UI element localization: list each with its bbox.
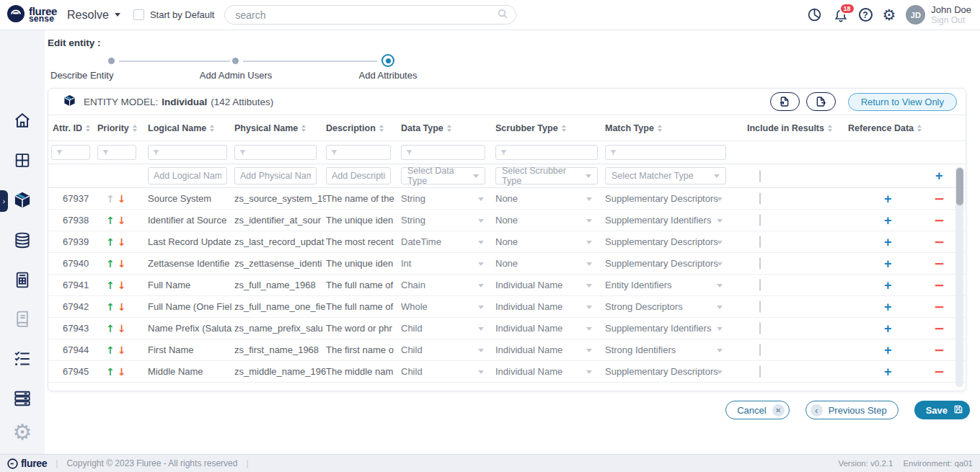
filter-input[interactable] — [402, 146, 485, 160]
search-box[interactable] — [224, 5, 516, 25]
return-to-view-only-button[interactable]: Return to View Only — [848, 93, 957, 111]
import-attributes-button[interactable] — [770, 92, 800, 111]
remove-attribute-icon[interactable]: − — [934, 300, 945, 313]
logical-name-cell[interactable]: Full Name (One Fiel — [148, 301, 234, 312]
priority-up-icon[interactable]: ↑ — [106, 344, 115, 356]
filter-input[interactable] — [235, 146, 316, 160]
remove-attribute-icon[interactable]: − — [934, 236, 945, 249]
physical-name-cell[interactable]: zs_name_prefix_salu — [234, 323, 326, 334]
filter-physical-name[interactable] — [234, 145, 317, 160]
select-data-type-dropdown[interactable]: Select Data Type — [401, 167, 485, 184]
export-attributes-button[interactable] — [806, 92, 836, 111]
data-type-dropdown[interactable]: Child — [401, 366, 495, 377]
logical-name-cell[interactable]: Full Name — [148, 280, 234, 290]
pie-chart-icon[interactable] — [807, 7, 823, 23]
match-type-dropdown[interactable]: Entity Identifiers — [605, 280, 747, 290]
priority-down-icon[interactable]: ↓ — [118, 301, 126, 313]
description-cell[interactable]: The most recent — [326, 236, 401, 247]
description-cell[interactable]: The word or phr — [326, 323, 401, 334]
grid-icon[interactable] — [14, 151, 32, 172]
add-reference-data-icon[interactable]: + — [884, 300, 892, 313]
cancel-button[interactable]: Cancel ✕ — [725, 401, 789, 419]
scrubber-type-dropdown[interactable]: Individual Name — [495, 366, 605, 377]
match-type-dropdown[interactable]: Supplementary Descriptors — [605, 193, 747, 204]
gear-icon[interactable]: ⚙ — [883, 8, 896, 22]
remove-attribute-icon[interactable]: − — [934, 192, 945, 205]
priority-down-icon[interactable]: ↓ — [118, 366, 126, 378]
database-icon[interactable] — [13, 231, 32, 253]
data-type-dropdown[interactable]: DateTime — [401, 236, 495, 247]
add-description-input[interactable] — [326, 167, 391, 184]
priority-down-icon[interactable]: ↓ — [118, 193, 126, 205]
description-cell[interactable]: The full name of — [326, 280, 401, 290]
column-header-priority[interactable]: Priority — [97, 123, 148, 133]
logical-name-cell[interactable]: Last Record Update — [148, 236, 234, 247]
priority-up-icon[interactable]: ↑ — [106, 301, 115, 313]
physical-name-cell[interactable]: zs_identifier_at_sour — [234, 215, 326, 226]
logical-name-cell[interactable]: First Name — [148, 344, 234, 355]
priority-up-icon[interactable]: ↑ — [106, 258, 115, 270]
description-cell[interactable]: The name of the — [326, 193, 401, 204]
priority-down-icon[interactable]: ↓ — [118, 215, 126, 226]
priority-up-icon[interactable]: ↑ — [106, 323, 115, 334]
priority-up-icon[interactable]: ↑ — [106, 280, 115, 291]
filter-logical-name[interactable] — [148, 145, 227, 160]
remove-attribute-icon[interactable]: − — [934, 344, 945, 357]
scrubber-type-dropdown[interactable]: None — [495, 236, 605, 247]
add-reference-data-icon[interactable]: + — [884, 192, 892, 205]
gear-clock-icon[interactable]: ⚙ — [13, 425, 32, 440]
sidebar-expander-handle[interactable]: › — [0, 190, 8, 212]
match-type-dropdown[interactable]: Supplementary Identifiers — [605, 215, 747, 226]
select-matcher-type-dropdown[interactable]: Select Matcher Type — [605, 167, 726, 184]
include-in-results-checkbox[interactable] — [759, 344, 761, 356]
scrubber-type-dropdown[interactable]: Individual Name — [495, 323, 605, 334]
match-type-dropdown[interactable]: Supplementary Descriptors — [605, 366, 747, 377]
data-type-dropdown[interactable]: String — [401, 215, 495, 226]
filter-priority[interactable] — [97, 145, 136, 160]
add-logical-name-input[interactable] — [148, 167, 227, 184]
logical-name-cell[interactable]: Zettasense Identifie — [148, 258, 234, 269]
add-reference-data-icon[interactable]: + — [884, 279, 892, 292]
scrubber-type-dropdown[interactable]: Individual Name — [495, 344, 605, 355]
logical-name-cell[interactable]: Identifier at Source — [148, 215, 234, 226]
include-in-results-checkbox[interactable] — [759, 365, 761, 378]
column-header-match-type[interactable]: Match Type — [605, 123, 747, 133]
book-icon[interactable] — [14, 310, 32, 331]
filter-match-type[interactable] — [605, 145, 726, 160]
physical-name-cell[interactable]: zs_source_system_19 — [234, 193, 326, 204]
step-add-attributes-dot[interactable] — [381, 54, 394, 67]
add-reference-data-icon[interactable]: + — [884, 322, 892, 335]
remove-attribute-icon[interactable]: − — [934, 322, 945, 335]
data-type-dropdown[interactable]: String — [401, 193, 495, 204]
cube-icon[interactable] — [13, 190, 32, 213]
include-in-results-checkbox[interactable] — [759, 214, 761, 226]
column-header-include-in-results[interactable]: Include in Results — [747, 123, 848, 133]
data-type-dropdown[interactable]: Child — [401, 323, 495, 334]
column-header-description[interactable]: Description — [326, 123, 401, 133]
filter-attr-id[interactable] — [51, 145, 90, 160]
filter-input[interactable] — [149, 146, 226, 160]
step-describe-entity-dot[interactable] — [108, 58, 115, 64]
priority-down-icon[interactable]: ↓ — [118, 280, 126, 291]
column-header-scrubber-type[interactable]: Scrubber Type — [495, 123, 605, 133]
help-icon[interactable]: ? — [859, 8, 873, 22]
data-type-dropdown[interactable]: Int — [401, 258, 495, 269]
table-scrollbar-track[interactable] — [955, 166, 963, 387]
match-type-dropdown[interactable]: Strong Descriptors — [605, 301, 747, 312]
start-by-default-checkbox[interactable] — [133, 9, 144, 20]
sign-out-link[interactable]: Sign Out — [931, 15, 971, 25]
priority-down-icon[interactable]: ↓ — [118, 344, 126, 356]
logical-name-cell[interactable]: Middle Name — [148, 366, 234, 377]
add-reference-data-icon[interactable]: + — [884, 257, 892, 270]
priority-down-icon[interactable]: ↓ — [118, 258, 126, 270]
include-in-results-checkbox[interactable] — [759, 322, 761, 334]
include-in-results-checkbox[interactable] — [759, 279, 761, 291]
data-type-dropdown[interactable]: Child — [401, 344, 495, 355]
logical-name-cell[interactable]: Name Prefix (Saluta — [148, 323, 234, 334]
priority-up-icon[interactable]: ↑ — [106, 236, 115, 248]
bell-icon[interactable]: 18 — [833, 7, 849, 23]
physical-name-cell[interactable]: zs_middle_name_196 — [234, 366, 326, 377]
home-icon[interactable] — [13, 111, 32, 133]
match-type-dropdown[interactable]: Supplementary Identifiers — [605, 323, 747, 334]
description-cell[interactable]: The full name of — [326, 301, 401, 312]
